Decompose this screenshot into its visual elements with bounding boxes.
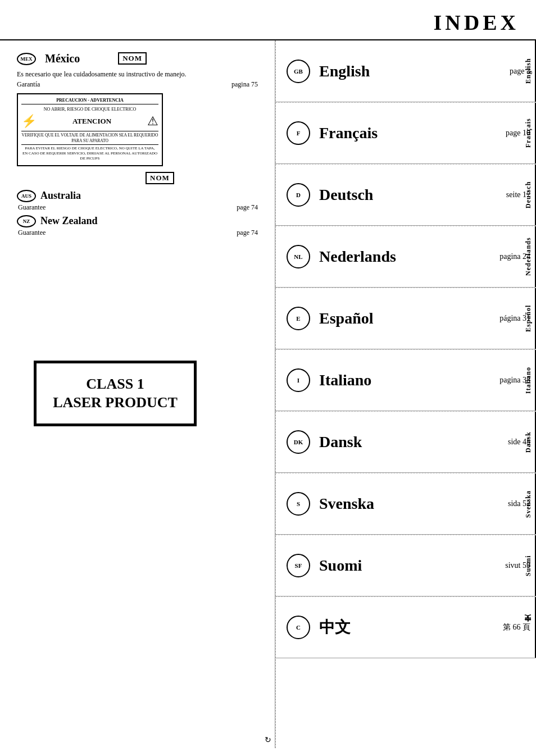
index-entry: FFrançaispage 10Français	[275, 102, 536, 164]
index-entry: DDeutschseite 17Deutsch	[275, 164, 536, 226]
index-entries-container: GBEnglishpage 3EnglishFFrançaispage 10Fr…	[275, 40, 536, 658]
entry-name: Italiano	[319, 371, 499, 389]
entry-sidebar-label: Deutsch	[522, 165, 536, 225]
entry-name: Suomi	[319, 557, 505, 575]
entry-name: Svenska	[319, 495, 508, 513]
index-entry: IItalianopagina 38Italiano	[275, 349, 536, 411]
entry-sidebar-label: Español	[522, 288, 536, 349]
australia-guarantee-page: page 74	[237, 203, 258, 212]
entry-name: 中文	[319, 617, 503, 638]
entry-badge: C	[287, 616, 310, 639]
main-layout: MEX México NOM Es necesario que lea cuid…	[0, 40, 536, 748]
nz-name: New Zealand	[40, 215, 98, 227]
entry-name: Español	[319, 309, 499, 327]
australia-row: AUS Australia	[17, 190, 258, 202]
entry-sidebar-label: Suomi	[522, 535, 536, 596]
entry-sidebar-label: Dansk	[522, 412, 536, 472]
precaucion-title: PRECAUCION - ADVERTENCIA	[21, 98, 158, 104]
entry-badge: D	[287, 183, 310, 207]
index-entry: SFSuomisivut 59Suomi	[275, 535, 536, 596]
entry-sidebar-label: 中文	[521, 597, 536, 658]
entry-name: Deutsch	[319, 186, 506, 204]
australia-badge: AUS	[17, 190, 36, 202]
page-header: INDEX	[0, 0, 536, 40]
atencion-text: ATENCION	[37, 117, 147, 126]
australia-guarantee: Guarantee page 74	[17, 203, 258, 212]
entry-badge: S	[287, 492, 310, 516]
warning-triangle-icon: ⚠	[147, 114, 158, 129]
footer-symbol: ↻	[265, 736, 271, 744]
entry-badge: SF	[287, 554, 310, 577]
mexico-badge: MEX	[17, 53, 36, 65]
entry-badge: DK	[287, 430, 310, 454]
entry-sidebar-label: Nederlands	[522, 226, 536, 287]
entry-sidebar-label: Italiano	[522, 350, 536, 411]
nz-guarantee: Guarantee page 74	[17, 229, 258, 237]
entry-sidebar-label: Français	[522, 103, 536, 163]
entry-name: Nederlands	[319, 248, 499, 266]
garantia-row: Garantía pagina 75	[17, 80, 258, 89]
australia-section: AUS Australia Guarantee page 74	[17, 190, 258, 212]
nom-center: NOM	[17, 172, 258, 184]
no-abrir-text: NO ABRIR, RIESGO DE CHOQUE ELECTRICO	[21, 107, 158, 112]
australia-name: Australia	[40, 190, 81, 202]
garantia-label: Garantía	[17, 80, 40, 89]
left-column: MEX México NOM Es necesario que lea cuid…	[0, 40, 275, 748]
entry-badge: F	[287, 121, 310, 145]
entry-badge: I	[287, 368, 310, 392]
mexico-title: México	[45, 52, 80, 65]
entry-name: Dansk	[319, 433, 508, 451]
nz-guarantee-page: page 74	[237, 229, 258, 237]
warning-bottom-text: PARA EVITAR EL RIESGO DE CHOQUE ELECTRIC…	[21, 144, 158, 161]
warning-box: PRECAUCION - ADVERTENCIA NO ABRIR, RIESG…	[17, 93, 163, 166]
entry-name: Français	[319, 124, 506, 142]
nz-section: NZ New Zealand Guarantee page 74	[17, 215, 258, 237]
index-entry: SSvenskasida 52Svenska	[275, 473, 536, 535]
warning-inner: ⚡ ATENCION ⚠	[21, 114, 158, 129]
nz-row: NZ New Zealand	[17, 215, 258, 227]
laser-text: CLASS 1 LASER PRODUCT	[48, 375, 183, 413]
page-footer: ↻	[265, 735, 271, 745]
entry-badge: NL	[287, 245, 310, 268]
lightning-icon: ⚡	[21, 114, 37, 129]
nz-badge: NZ	[17, 215, 36, 227]
garantia-page: pagina 75	[231, 80, 258, 89]
nom-badge-2: NOM	[146, 172, 174, 184]
entry-sidebar-label: English	[522, 40, 536, 102]
laser-box: CLASS 1 LASER PRODUCT	[34, 361, 197, 427]
entry-badge: E	[287, 307, 310, 330]
index-entry: GBEnglishpage 3English	[275, 40, 536, 102]
index-entry: NLNederlandspagina 24Nederlands	[275, 226, 536, 288]
index-entry: C中文第 66 頁中文	[275, 596, 536, 658]
entry-badge: GB	[287, 60, 310, 83]
entry-sidebar-label: Svenska	[522, 473, 536, 534]
mexico-section: MEX México NOM	[17, 52, 258, 65]
nom-badge: NOM	[118, 52, 147, 65]
australia-guarantee-label: Guarantee	[18, 203, 46, 212]
entry-name: English	[319, 62, 510, 80]
index-entry: DKDanskside 45Dansk	[275, 411, 536, 473]
right-column: GBEnglishpage 3EnglishFFrançaispage 10Fr…	[275, 40, 536, 748]
nz-guarantee-label: Guarantee	[18, 229, 46, 237]
page-title: INDEX	[434, 11, 519, 34]
voltaje-text: VERIFIQUE QUE EL VOLTAJE DE ALIMENTACION…	[21, 131, 158, 144]
mexico-description: Es necesario que lea cuidadosamente su i…	[17, 70, 258, 79]
index-entry: EEspañolpágina 31Español	[275, 288, 536, 349]
